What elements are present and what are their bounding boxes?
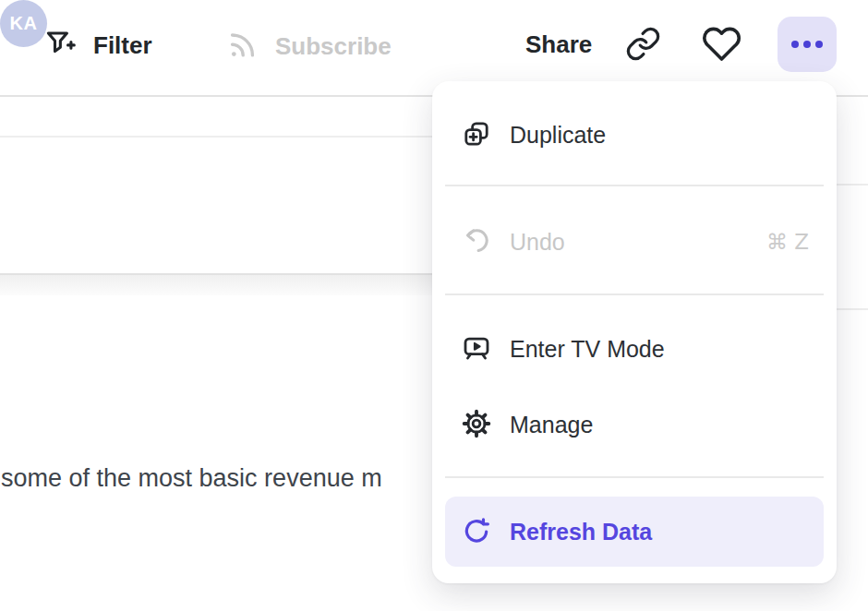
screen: some of the most basic revenue m Filter … [0,0,868,611]
dashboard-text-fragment: some of the most basic revenue m [1,464,382,493]
tv-mode-icon [462,333,491,365]
share-button[interactable]: Share [525,30,592,59]
refresh-icon [462,516,491,548]
duplicate-icon [462,119,491,151]
header-row-border [0,136,434,138]
card-gap-band [0,275,434,295]
menu-item-label: Enter TV Mode [510,336,665,363]
menu-divider [445,294,824,295]
heart-icon [702,24,741,66]
menu-divider [445,476,824,478]
undo-icon [462,226,491,258]
menu-item-label: Refresh Data [510,519,652,545]
subscribe-label: Subscribe [275,32,392,61]
menu-item-enter-tv-mode[interactable]: Enter TV Mode [445,314,824,384]
filter-button[interactable]: Filter [43,27,152,64]
avatar[interactable]: KA [0,0,47,47]
share-label: Share [525,30,592,59]
menu-item-label: Manage [510,412,593,438]
favorite-button[interactable] [702,24,741,66]
menu-item-label: Duplicate [510,122,606,149]
menu-item-duplicate[interactable]: Duplicate [445,100,824,170]
more-dots-icon [791,41,823,48]
gear-icon [462,409,491,441]
more-options-button[interactable] [778,17,837,72]
more-options-menu: Duplicate Undo ⌘ Z Enter TV M [432,81,837,583]
menu-divider [445,185,824,186]
menu-item-refresh-data[interactable]: Refresh Data [445,497,824,567]
link-icon [625,26,661,65]
subscribe-button[interactable]: Subscribe [226,29,392,64]
menu-item-manage[interactable]: Manage [445,389,824,460]
menu-item-undo[interactable]: Undo ⌘ Z [445,207,824,277]
undo-shortcut: ⌘ Z [766,230,809,254]
menu-item-label: Undo [510,229,565,256]
copy-link-button[interactable] [625,26,661,65]
filter-plus-icon [43,27,78,64]
filter-label: Filter [93,31,152,60]
avatar-initials: KA [10,13,38,34]
rss-icon [226,29,259,64]
